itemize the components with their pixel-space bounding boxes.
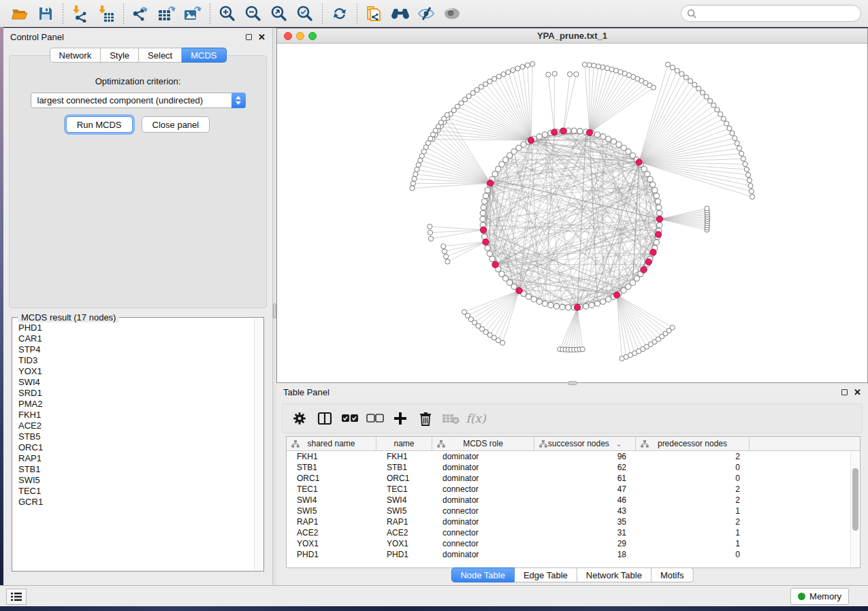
window-minimize-icon[interactable] xyxy=(296,32,304,40)
refresh-button[interactable] xyxy=(327,3,353,24)
mcds-result-item[interactable]: ACE2 xyxy=(18,420,254,431)
tab-mcds[interactable]: MCDS xyxy=(182,48,226,63)
table-row[interactable]: SWI5SWI5connector431 xyxy=(287,506,860,516)
zoom-out-icon xyxy=(244,5,262,22)
float-panel-icon[interactable] xyxy=(246,34,252,40)
zoom-selected-button[interactable] xyxy=(292,3,318,24)
float-panel-icon[interactable] xyxy=(841,389,848,395)
criterion-dropdown[interactable]: largest connected component (undirected) xyxy=(31,93,246,108)
add-row-button[interactable] xyxy=(390,408,411,429)
mcds-result-item[interactable]: YOX1 xyxy=(18,366,254,377)
show-selected-button[interactable] xyxy=(439,3,465,24)
network-canvas[interactable] xyxy=(277,44,867,382)
mcds-result-item[interactable]: RAP1 xyxy=(18,453,254,464)
tab-motifs[interactable]: Motifs xyxy=(652,567,694,582)
table-row[interactable]: SWI4SWI4dominator462 xyxy=(287,495,860,506)
export-image-icon xyxy=(183,5,202,22)
mcds-result-item[interactable]: SWI5 xyxy=(18,475,254,486)
tab-style[interactable]: Style xyxy=(101,48,139,63)
table-panel-drag-handle[interactable] xyxy=(568,381,577,385)
select-all-button[interactable] xyxy=(340,408,360,429)
cell-name: ORC1 xyxy=(376,474,432,483)
run-mcds-button[interactable]: Run MCDS xyxy=(66,116,133,133)
mcds-result-item[interactable]: STB5 xyxy=(18,431,254,442)
tab-node-table[interactable]: Node Table xyxy=(451,567,515,582)
window-zoom-icon[interactable] xyxy=(308,32,317,40)
table-scrollbar[interactable] xyxy=(850,452,859,567)
import-network-button[interactable] xyxy=(67,3,93,24)
attribute-tree-icon xyxy=(539,440,547,448)
table-row[interactable]: TEC1TEC1connector472 xyxy=(287,484,860,495)
mcds-result-item[interactable]: ORC1 xyxy=(18,442,254,453)
close-panel-icon[interactable]: ✕ xyxy=(258,34,266,40)
close-panel-icon[interactable]: ✕ xyxy=(854,389,861,395)
search-field[interactable] xyxy=(681,5,861,22)
export-network-button[interactable] xyxy=(128,3,154,24)
column-header-MCDS-role[interactable]: MCDS role xyxy=(432,437,534,450)
mcds-result-item[interactable]: SRD1 xyxy=(18,388,254,399)
save-button[interactable] xyxy=(33,3,59,24)
table-row[interactable]: FKH1FKH1dominator962 xyxy=(287,451,860,462)
open-folder-button[interactable] xyxy=(7,3,33,24)
deselect-all-button[interactable] xyxy=(365,408,385,429)
cell-MCDS-role: connector xyxy=(432,506,534,516)
table-row[interactable]: ACE2ACE2connector311 xyxy=(287,527,860,538)
show-columns-button[interactable] xyxy=(315,408,335,429)
close-panel-button[interactable]: Close panel xyxy=(142,116,210,133)
table-row[interactable]: YOX1YOX1connector291 xyxy=(287,538,860,549)
cell-name: TEC1 xyxy=(376,484,432,494)
table-row[interactable]: PHD1PHD1dominator180 xyxy=(287,549,860,560)
export-table-icon xyxy=(157,5,176,22)
network-window-titlebar[interactable]: YPA_prune.txt_1 xyxy=(277,29,867,44)
mcds-result-item[interactable]: CAR1 xyxy=(18,333,254,344)
table-row[interactable]: STB1STB1dominator620 xyxy=(287,462,860,473)
mcds-result-item[interactable]: PHD1 xyxy=(18,323,254,333)
task-history-button[interactable] xyxy=(6,589,27,605)
optimization-criterion-label: Optimization criterion: xyxy=(10,76,266,86)
network-document-button[interactable] xyxy=(361,3,387,24)
search-networks-button[interactable] xyxy=(387,3,413,24)
column-header-name[interactable]: name xyxy=(376,437,432,450)
import-network-icon xyxy=(71,5,89,22)
scrollbar-thumb[interactable] xyxy=(852,468,858,531)
tab-network[interactable]: Network xyxy=(49,48,101,63)
column-header-shared-name[interactable]: shared name xyxy=(287,437,376,450)
cell-name: SWI5 xyxy=(376,506,432,516)
mcds-result-item[interactable]: STP4 xyxy=(18,344,254,355)
delete-table-button[interactable] xyxy=(440,408,461,429)
table-row[interactable]: ORC1ORC1dominator610 xyxy=(287,473,860,484)
tab-edge-table[interactable]: Edge Table xyxy=(515,567,577,582)
mcds-result-item[interactable]: STB1 xyxy=(18,464,254,475)
export-table-button[interactable] xyxy=(154,3,180,24)
zoom-in-button[interactable] xyxy=(214,3,240,24)
search-icon xyxy=(687,9,696,18)
search-input[interactable] xyxy=(700,8,855,18)
table-settings-button[interactable] xyxy=(289,408,310,429)
export-image-button[interactable] xyxy=(180,3,206,24)
mcds-result-list[interactable]: PHD1CAR1STP4TID3YOX1SWI4SRD1PMA2FKH1ACE2… xyxy=(13,318,254,570)
column-header-successor-nodes[interactable]: successor nodes⌄ xyxy=(534,437,636,450)
delete-rows-button[interactable] xyxy=(415,408,436,429)
cell-successor-nodes: 62 xyxy=(534,463,636,472)
memory-button[interactable]: Memory xyxy=(790,588,849,605)
column-header-predecessor-nodes[interactable]: predecessor nodes xyxy=(636,437,750,450)
mcds-result-scrollbar[interactable] xyxy=(254,318,263,570)
mcds-result-item[interactable]: SWI4 xyxy=(18,377,254,388)
mcds-result-item[interactable]: GCR1 xyxy=(18,497,254,508)
function-builder-button[interactable]: f(x) xyxy=(466,408,486,429)
mcds-result-item[interactable]: FKH1 xyxy=(18,410,254,420)
mcds-result-item[interactable]: PMA2 xyxy=(18,399,254,410)
window-close-icon[interactable] xyxy=(284,32,292,40)
zoom-selected-icon xyxy=(296,5,314,22)
mcds-result-item[interactable]: TEC1 xyxy=(18,486,254,497)
mcds-result-item[interactable]: TID3 xyxy=(18,355,254,366)
tab-network-table[interactable]: Network Table xyxy=(577,567,652,582)
zoom-out-button[interactable] xyxy=(240,3,266,24)
eye-slash-icon xyxy=(417,5,436,22)
tab-select[interactable]: Select xyxy=(139,48,182,63)
hide-selected-button[interactable] xyxy=(413,3,439,24)
table-row[interactable]: RAP1RAP1dominator352 xyxy=(287,516,860,527)
zoom-fit-button[interactable] xyxy=(266,3,292,24)
binoculars-icon xyxy=(390,6,411,21)
import-table-button[interactable] xyxy=(93,3,119,24)
